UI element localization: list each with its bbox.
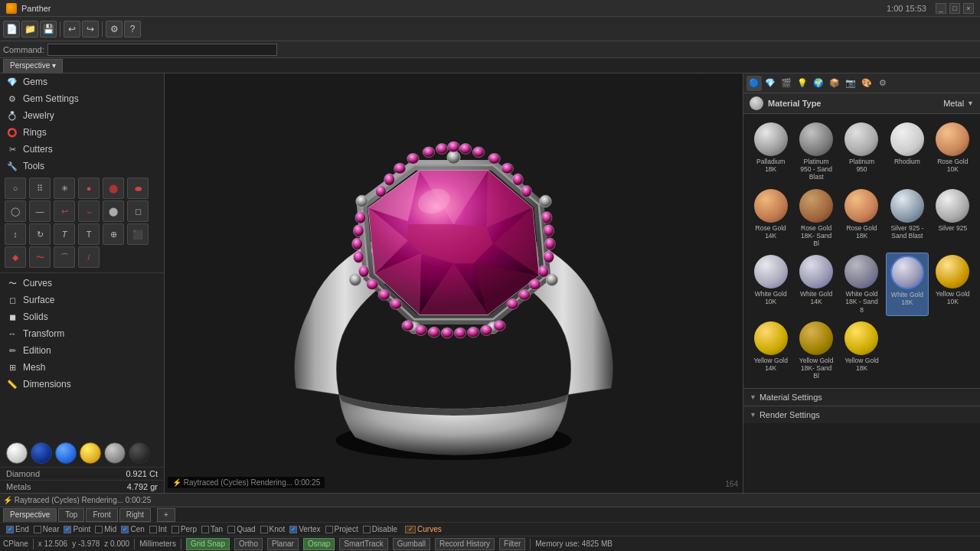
cb-mid-box[interactable]: [95, 526, 103, 533]
save-button[interactable]: 💾: [40, 21, 57, 37]
cb-point-box[interactable]: ✓: [64, 526, 71, 533]
tool-rotate[interactable]: ↻: [29, 223, 51, 245]
grid-snap-btn[interactable]: Grid Snap: [186, 538, 230, 550]
panel-icon-env[interactable]: 🌍: [811, 76, 826, 91]
material-item-silver-925[interactable]: Silver 925: [932, 187, 974, 250]
material-item-silver-925-sb[interactable]: Silver 925 - Sand Blast: [886, 187, 928, 250]
material-item-white-gold-14k[interactable]: White Gold 14K: [795, 253, 837, 316]
sidebar-item-solids[interactable]: ◼ Solids: [0, 308, 164, 325]
tool-gem-3d[interactable]: ◆: [5, 246, 26, 268]
sidebar-item-dimensions[interactable]: 📏 Dimensions: [0, 376, 164, 393]
material-item-rose-gold-18k[interactable]: Rose Gold 18K: [841, 187, 883, 250]
material-settings-header[interactable]: ▼ Material Settings: [743, 389, 980, 406]
cb-project-box[interactable]: [325, 526, 333, 533]
env-ball-dark[interactable]: [129, 442, 150, 464]
planar-btn[interactable]: Planar: [267, 538, 299, 550]
tool-ellipse[interactable]: ○: [5, 178, 26, 199]
tool-circle-red[interactable]: ●: [78, 178, 100, 199]
cb-point[interactable]: ✓Point: [64, 525, 90, 533]
sidebar-item-transform[interactable]: ↔ Transform: [0, 325, 164, 342]
cb-end[interactable]: ✓End: [6, 525, 29, 533]
panel-icon-material[interactable]: 🔵: [746, 76, 762, 91]
cb-disable[interactable]: Disable: [363, 525, 397, 533]
cb-vertex-box[interactable]: ✓: [289, 526, 297, 533]
tool-capsule-red[interactable]: ⬬: [127, 178, 149, 199]
panel-icon-cam[interactable]: 📷: [843, 76, 858, 91]
record-history-btn[interactable]: Record History: [435, 538, 495, 550]
maximize-button[interactable]: □: [949, 3, 960, 14]
material-item-rhodium[interactable]: Rhodium: [886, 120, 928, 184]
tool-sphere-grey[interactable]: ⬤: [103, 201, 124, 222]
env-ball-blue-dark[interactable]: [31, 442, 52, 464]
cb-int-box[interactable]: [149, 526, 157, 533]
vp-tab-top[interactable]: Top: [58, 508, 84, 522]
vp-tab-perspective[interactable]: Perspective: [3, 508, 57, 522]
command-input[interactable]: [47, 44, 277, 56]
sidebar-item-gems[interactable]: 💎 Gems: [0, 73, 164, 90]
tool-sphere-red[interactable]: ⬤: [103, 178, 124, 199]
tool-hook[interactable]: ↩: [54, 201, 75, 222]
cb-perp[interactable]: Perp: [172, 525, 197, 533]
material-item-platinum-950[interactable]: Platinum 950: [841, 120, 883, 184]
cb-quad[interactable]: Quad: [227, 525, 255, 533]
material-item-white-gold-18k-sb[interactable]: White Gold 18K - Sand 8: [841, 253, 883, 316]
undo-button[interactable]: ↩: [64, 21, 80, 37]
tool-text-italic[interactable]: T: [54, 223, 75, 245]
sidebar-item-gem-settings[interactable]: ⚙ Gem Settings: [0, 90, 164, 107]
panel-icon-render[interactable]: 🎬: [779, 76, 794, 91]
cb-mid[interactable]: Mid: [95, 525, 116, 533]
cb-knot-box[interactable]: [260, 526, 268, 533]
cb-curves-box[interactable]: ✓: [405, 526, 416, 533]
tool-star[interactable]: ✳: [54, 178, 75, 199]
env-ball-white[interactable]: [6, 442, 28, 464]
material-item-white-gold-10k[interactable]: White Gold 10K: [750, 253, 792, 316]
tool-ring[interactable]: ◯: [5, 201, 26, 222]
sidebar-item-curves[interactable]: 〜 Curves: [0, 275, 164, 292]
tool-cup[interactable]: ⌣: [78, 201, 100, 222]
material-item-white-gold-18k[interactable]: White Gold 18K: [886, 253, 928, 316]
tool-text-serif[interactable]: T: [78, 223, 100, 245]
env-ball-grey[interactable]: [104, 442, 126, 464]
help-button[interactable]: ?: [124, 21, 141, 37]
env-ball-yellow[interactable]: [80, 442, 101, 464]
cb-end-box[interactable]: ✓: [6, 526, 14, 533]
minimize-button[interactable]: _: [936, 3, 946, 14]
panel-icon-settings2[interactable]: ⚙: [875, 76, 890, 91]
material-item-yellow-gold-18k[interactable]: Yellow Gold 18K: [841, 319, 883, 383]
sidebar-item-surface[interactable]: ◻ Surface: [0, 292, 164, 308]
material-item-rose-gold-18k-sb[interactable]: Rose Gold 18K- Sand Bl: [795, 187, 837, 250]
osnap-btn[interactable]: Osnap: [303, 538, 335, 550]
panel-icon-obj[interactable]: 📦: [827, 76, 842, 91]
open-button[interactable]: 📁: [21, 21, 38, 37]
cb-project[interactable]: Project: [325, 525, 358, 533]
material-item-rose-gold-14k[interactable]: Rose Gold 14K: [750, 187, 792, 250]
tab-perspective[interactable]: Perspective ▾: [3, 59, 63, 73]
cb-tan[interactable]: Tan: [201, 525, 223, 533]
tool-dots[interactable]: ⠿: [29, 178, 51, 199]
window-controls[interactable]: _ □ ×: [936, 3, 974, 14]
cb-quad-box[interactable]: [227, 526, 235, 533]
smarttrack-btn[interactable]: SmartTrack: [339, 538, 387, 550]
tool-curve-up[interactable]: ⌒: [54, 246, 75, 268]
env-ball-blue[interactable]: [55, 442, 77, 464]
settings-button[interactable]: ⚙: [106, 21, 122, 37]
sidebar-item-jewelry[interactable]: 💍 Jewelry: [0, 107, 164, 124]
cb-disable-box[interactable]: [363, 526, 371, 533]
sidebar-item-edition[interactable]: ✏ Edition: [0, 342, 164, 359]
material-item-yellow-gold-14k[interactable]: Yellow Gold 14K: [750, 319, 792, 383]
cb-cen[interactable]: ✓Cen: [121, 525, 144, 533]
panel-icon-gem[interactable]: 💎: [763, 76, 778, 91]
material-item-rose-gold-10k[interactable]: Rose Gold 10K: [932, 120, 974, 184]
material-item-yellow-gold-10k[interactable]: Yellow Gold 10K: [932, 253, 974, 316]
tool-slash[interactable]: /: [78, 246, 100, 268]
tool-wave[interactable]: 〜: [29, 246, 51, 268]
tool-dash[interactable]: —: [29, 201, 51, 222]
cb-near-box[interactable]: [34, 526, 41, 533]
gumball-btn[interactable]: Gumball: [393, 538, 430, 550]
cb-knot[interactable]: Knot: [260, 525, 286, 533]
sidebar-item-tools[interactable]: 🔧 Tools: [0, 158, 164, 174]
cb-tan-box[interactable]: [201, 526, 209, 533]
cb-int[interactable]: Int: [149, 525, 167, 533]
filter-btn[interactable]: Filter: [499, 538, 525, 550]
sidebar-item-cutters[interactable]: ✂ Cutters: [0, 141, 164, 158]
